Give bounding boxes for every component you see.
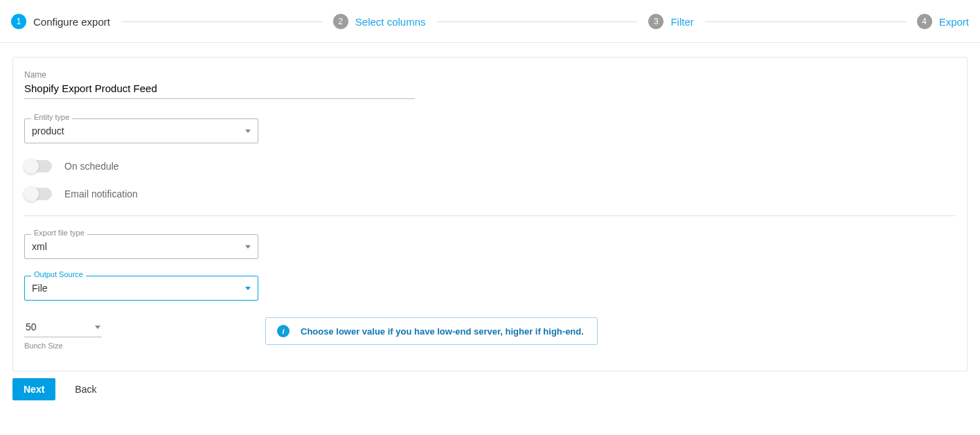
- chevron-down-icon: [95, 326, 100, 329]
- output-source-select[interactable]: Output Source File: [24, 276, 258, 301]
- output-source-label: Output Source: [31, 270, 86, 278]
- on-schedule-label: On schedule: [64, 161, 119, 172]
- output-source-value: File: [32, 283, 48, 294]
- step-label: Export: [939, 16, 969, 28]
- export-file-type-value: xml: [32, 241, 47, 252]
- wizard-footer: Next Back: [0, 371, 980, 410]
- step-label: Select columns: [355, 16, 426, 28]
- step-label: Configure export: [33, 16, 110, 28]
- wizard-stepper: 1 Configure export 2 Select columns 3 Fi…: [0, 0, 980, 43]
- step-label: Filter: [670, 16, 693, 28]
- info-icon: i: [277, 325, 289, 337]
- email-notification-row: Email notification: [24, 188, 956, 200]
- bunch-size-info-banner: i Choose lower value if you have low-end…: [265, 317, 598, 345]
- next-button[interactable]: Next: [12, 378, 55, 400]
- step-connector: [705, 21, 906, 22]
- name-label: Name: [24, 70, 415, 80]
- bunch-size-value: 50: [26, 321, 37, 332]
- email-notification-toggle[interactable]: [24, 188, 52, 200]
- export-file-type-label: Export file type: [31, 229, 87, 237]
- step-configure-export[interactable]: 1 Configure export: [11, 14, 110, 29]
- entity-type-label: Entity type: [31, 113, 72, 121]
- name-input[interactable]: [24, 80, 415, 99]
- step-number-badge: 4: [917, 14, 932, 29]
- export-file-type-select[interactable]: Export file type xml: [24, 234, 258, 259]
- step-filter[interactable]: 3 Filter: [648, 14, 693, 29]
- toggle-knob: [24, 159, 39, 174]
- step-connector: [121, 21, 322, 22]
- on-schedule-row: On schedule: [24, 160, 956, 172]
- info-text: Choose lower value if you have low-end s…: [301, 326, 584, 337]
- chevron-down-icon: [245, 245, 251, 249]
- on-schedule-toggle[interactable]: [24, 160, 52, 172]
- toggle-knob: [24, 186, 39, 202]
- step-connector: [437, 21, 638, 22]
- name-field-wrapper: Name: [24, 70, 415, 99]
- chevron-down-icon: [245, 287, 251, 290]
- step-number-badge: 1: [11, 14, 26, 29]
- chevron-down-icon: [245, 130, 251, 133]
- back-button[interactable]: Back: [72, 378, 99, 400]
- section-divider: [24, 215, 956, 216]
- entity-type-value: product: [32, 125, 64, 136]
- step-export[interactable]: 4 Export: [917, 14, 969, 29]
- email-notification-label: Email notification: [64, 188, 138, 199]
- configure-export-form: Name Entity type product On schedule: [12, 57, 968, 371]
- step-number-badge: 3: [648, 14, 663, 29]
- entity-type-select[interactable]: Entity type product: [24, 118, 258, 143]
- bunch-size-select[interactable]: 50: [24, 317, 102, 337]
- bunch-size-label: Bunch Size: [24, 341, 102, 350]
- bunch-size-field: 50 Bunch Size: [24, 317, 102, 350]
- step-select-columns[interactable]: 2 Select columns: [333, 14, 426, 29]
- step-number-badge: 2: [333, 14, 348, 29]
